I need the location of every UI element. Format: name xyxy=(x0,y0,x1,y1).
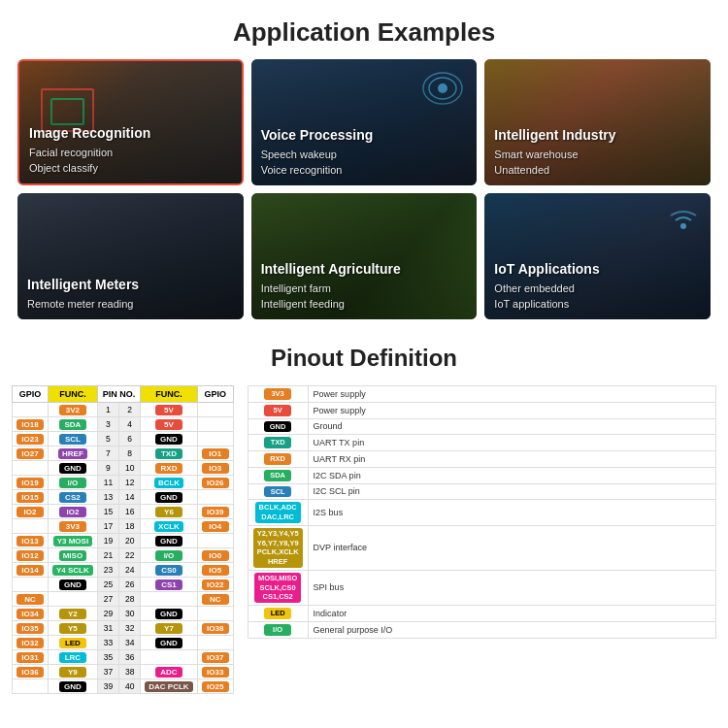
card-content: Image Recognition Facial recognitionObje… xyxy=(19,61,242,183)
table-row: IO19I/O1112BCLKIO26 xyxy=(13,476,234,490)
pin-right: 12 xyxy=(119,476,141,490)
pin-right: 38 xyxy=(119,665,141,679)
table-row: IO36Y93738ADCIO33 xyxy=(13,665,234,679)
gpio-left: IO15 xyxy=(13,490,49,505)
legend-label: Power supply xyxy=(308,386,715,403)
gpio-right xyxy=(197,403,233,417)
legend-label: General purpose I/O xyxy=(308,621,715,638)
legend-label: I2S bus xyxy=(308,500,715,526)
list-item: LEDIndicator xyxy=(248,606,715,622)
card-title: Image Recognition xyxy=(29,125,232,142)
pin-right: 34 xyxy=(119,636,141,650)
func-left: SDA xyxy=(49,417,98,432)
card-content: IoT Applications Other embeddedIoT appli… xyxy=(484,193,711,319)
gpio-left: IO35 xyxy=(13,621,49,636)
pin-right: 16 xyxy=(119,505,141,519)
gpio-left: IO19 xyxy=(13,476,49,490)
table-row: IO13Y3 MOSI1920GND xyxy=(13,534,234,548)
gpio-right: IO5 xyxy=(197,563,233,578)
func-left: HREF xyxy=(49,447,98,461)
pin-left: 29 xyxy=(97,607,118,621)
pin-right: 36 xyxy=(119,650,141,665)
list-item: BCLK,ADC DAC,LRCI2S bus xyxy=(248,500,715,526)
card-subtitle: Other embeddedIoT applications xyxy=(494,281,701,312)
gpio-left: IO2 xyxy=(13,505,49,519)
card-content: Intelligent Meters Remote meter reading xyxy=(17,193,244,319)
table-row: GND910RXDIO3 xyxy=(13,461,234,476)
card-title: Intelligent Meters xyxy=(27,277,234,293)
gpio-left: IO27 xyxy=(13,447,49,461)
pin-right: 22 xyxy=(119,548,141,563)
legend-badge-cell: 3V3 xyxy=(248,386,308,403)
func-right: BCLK xyxy=(141,476,197,490)
gpio-left: IO36 xyxy=(13,665,49,679)
card-content: Intelligent Agriculture Intelligent farm… xyxy=(251,193,478,319)
gpio-left: IO32 xyxy=(13,636,49,650)
list-item: GNDGround xyxy=(248,418,715,435)
gpio-left xyxy=(13,461,49,476)
legend-badge-cell: BCLK,ADC DAC,LRC xyxy=(248,500,308,526)
pin-right: 6 xyxy=(119,432,141,447)
gpio-right: IO38 xyxy=(197,621,233,636)
card-intelligent-agriculture: Intelligent Agriculture Intelligent farm… xyxy=(251,193,478,319)
func-left: MISO xyxy=(49,548,98,563)
card-title: Intelligent Agriculture xyxy=(261,261,468,278)
table-row: GND3940DAC PCLKIO25 xyxy=(13,679,234,694)
header-gpio-left: GPIO xyxy=(13,386,49,403)
gpio-right xyxy=(197,607,233,621)
pin-left: 15 xyxy=(97,505,118,519)
gpio-right: IO26 xyxy=(197,476,233,490)
legend-badge-cell: SCL xyxy=(248,483,308,500)
gpio-left xyxy=(13,578,49,592)
gpio-right xyxy=(197,490,233,505)
gpio-left: IO31 xyxy=(13,650,49,665)
table-row: IO32LED3334GND xyxy=(13,636,234,650)
pin-right: 40 xyxy=(119,679,141,694)
card-intelligent-industry: Intelligent Industry Smart warehouseUnat… xyxy=(484,59,711,185)
pin-right: 8 xyxy=(119,447,141,461)
table-row: IO23SCL56GND xyxy=(13,432,234,447)
func-left: GND xyxy=(49,679,98,694)
gpio-right xyxy=(197,417,233,432)
legend-label: UART RX pin xyxy=(308,451,715,468)
pinout-title: Pinout Definition xyxy=(0,335,728,385)
pin-left: 9 xyxy=(97,461,118,476)
card-content: Intelligent Industry Smart warehouseUnat… xyxy=(484,59,711,185)
func-right: CS0 xyxy=(141,563,197,578)
table-row: IO14Y4 SCLK2324CS0IO5 xyxy=(13,563,234,578)
legend-table: 3V3Power supply5VPower supplyGNDGroundTX… xyxy=(248,385,716,639)
func-left: Y4 SCLK xyxy=(49,563,98,578)
table-row: IO2IO21516Y6IO39 xyxy=(13,505,234,519)
gpio-left: IO23 xyxy=(13,432,49,447)
func-right: DAC PCLK xyxy=(141,679,197,694)
pin-right: 32 xyxy=(119,621,141,636)
pin-left: 11 xyxy=(97,476,118,490)
gpio-left: IO34 xyxy=(13,607,49,621)
gpio-left xyxy=(13,403,49,417)
func-right: Y6 xyxy=(141,505,197,519)
pin-table: GPIO FUNC. PIN NO. FUNC. GPIO 3V2125VIO1… xyxy=(12,385,234,694)
func-right xyxy=(141,592,197,607)
gpio-right: IO33 xyxy=(197,665,233,679)
legend-label: SPI bus xyxy=(308,570,715,605)
gpio-right: IO3 xyxy=(197,461,233,476)
gpio-left: IO12 xyxy=(13,548,49,563)
pin-left: 5 xyxy=(97,432,118,447)
legend-badge-cell: GND xyxy=(248,418,308,435)
card-image-recognition: Image Recognition Facial recognitionObje… xyxy=(17,59,244,185)
gpio-right: NC xyxy=(197,592,233,607)
func-right: RXD xyxy=(141,461,197,476)
list-item: 5VPower supply xyxy=(248,402,715,418)
table-row: 3V31718XCLKIO4 xyxy=(13,519,234,534)
func-left: Y3 MOSI xyxy=(49,534,98,548)
list-item: RXDUART RX pin xyxy=(248,451,715,468)
pin-right: 4 xyxy=(119,417,141,432)
table-row: 3V2125V xyxy=(13,403,234,417)
func-right: GND xyxy=(141,490,197,505)
card-title: Intelligent Industry xyxy=(494,127,701,144)
func-left: Y2 xyxy=(49,607,98,621)
gpio-left: IO14 xyxy=(13,563,49,578)
func-right: CS1 xyxy=(141,578,197,592)
func-right: GND xyxy=(141,534,197,548)
func-left: CS2 xyxy=(49,490,98,505)
